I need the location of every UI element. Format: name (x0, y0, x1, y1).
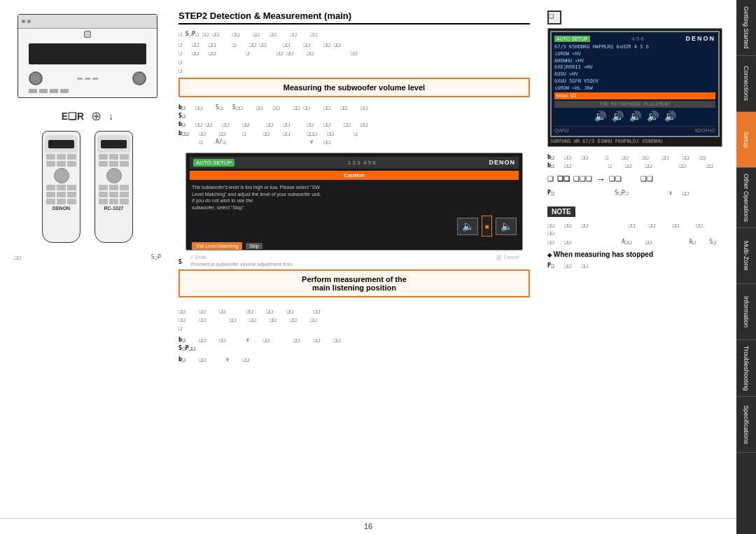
denon-logo-1: DENON (489, 159, 515, 166)
remote-1-label: DENON (52, 206, 70, 211)
rem-btn-10 (46, 192, 55, 197)
scrambled-block-3: S (178, 258, 530, 267)
tab-label-specifications: Specifications (743, 405, 750, 444)
screen-line-b: iUROW <HV (554, 51, 715, 58)
rec-btn-1 (29, 89, 37, 93)
top-area: E❑R ⊕ ↓ (0, 0, 736, 518)
diamond-icon: ◆ (547, 252, 552, 258)
auto-setup-screen-1: AUTO SETUP 1 2 3 4 5 6 DENON Caution The… (186, 153, 523, 251)
note-header: NOTE (547, 206, 575, 217)
knob-left (29, 71, 43, 85)
screen-bottom-bar-2: QWNJ 6DOFHO (554, 126, 715, 133)
screen-line-c: 6HOWHU <HV (554, 58, 715, 65)
rem-btn-2 (57, 154, 66, 160)
rem-btn-14 (57, 199, 66, 204)
step-label-left: ❑❑ (14, 253, 21, 261)
screen-line-d: 6XE]RRRII <HV (554, 64, 715, 71)
receiver-illustration (18, 14, 158, 98)
right-sidebar: Getting Started Connections Setup Other … (736, 0, 756, 534)
knob-right (132, 71, 146, 85)
screen-line-a: 67/5 K5HDNKG HWFMLRQ 6xH2R 4 5 6 (554, 44, 715, 51)
note-scrambled-1: ❑❑ ❑❑ ❑❑ ❑❑ ❑❑ ❑❑ ❑❑ ❑❑ ❑❑ ❑❑ A❑❑ ❑❑ A❑ … (547, 221, 722, 246)
sidebar-tab-setup[interactable]: Setup (736, 112, 756, 168)
rem-btn-5 (57, 161, 66, 167)
sidebar-tab-troubleshooting[interactable]: Troubleshooting (736, 340, 756, 397)
plus-symbol: ⊕ (91, 108, 102, 124)
receiver-top-bar (18, 15, 157, 29)
remote-2-label: RC-1027 (104, 206, 123, 211)
screen-line-4: subwoofer, select "Skip". (192, 204, 517, 211)
scrambled-block-4: ❑❑ ❑❑ ❑❑ ❑❑ ❑❑ ❑❑ ❑❑ ❑❑ ❑❑ ❑❑ ❑❑ ❑❑ ❑❑ ❑… (178, 307, 530, 333)
top-right-icon: ❑ (549, 13, 554, 20)
remote-top-1 (45, 135, 78, 153)
remote-top-2 (97, 135, 130, 153)
step2-header-scrambled: ❑ S❑P❑ ❑❑ ❑❑ ❑❑ ❑❑ ❑❑ ❑❑ ❑❑ (178, 30, 316, 38)
speaker-icon-right: 🔈 (500, 220, 512, 232)
remote-display-2 (101, 140, 127, 148)
disc-icon (84, 31, 91, 38)
bottom-left-text: QWNJ (554, 128, 569, 133)
sidebar-tab-multi-zone[interactable]: Multi-Zone (736, 228, 756, 284)
small-btn-3 (92, 78, 98, 80)
remote-display-1 (48, 140, 75, 148)
rem-btn (46, 154, 55, 160)
sidebar-tab-connections[interactable]: Connections (736, 56, 756, 112)
rem-btn-4 (46, 161, 55, 167)
receiver-buttons (18, 89, 157, 93)
sidebar-tab-other-ops[interactable]: Other Operations (736, 168, 756, 228)
ear-label-row: E❑R ⊕ ↓ (62, 108, 113, 124)
remote-buttons-bottom-1 (46, 185, 76, 204)
spkr-center: 🔊 (629, 111, 641, 122)
spkr-3: 🔊 (647, 111, 659, 122)
speaker-row: 🔈 ■ 🔈 (190, 213, 519, 239)
remote-2: RC-1027 (94, 131, 133, 243)
ear-label: E❑R (62, 111, 84, 122)
rem-btn-6 (67, 161, 76, 167)
when-measuring-title: ◆ When measuring has stopped (547, 249, 722, 260)
tab-label-setup: Setup (743, 132, 750, 148)
screen-content-1: The subwoofer's level is too high or low… (190, 182, 519, 213)
receiver-dot (22, 20, 25, 23)
tab-label-other-ops: Other Operations (743, 174, 750, 222)
subwoofer-icon: ■ (482, 216, 492, 237)
rem-btn-l (120, 192, 129, 197)
note-section: NOTE ❑❑ ❑❑ ❑❑ ❑❑ ❑❑ ❑❑ ❑❑ ❑❑ ❑❑ ❑❑ A❑❑ ❑… (547, 206, 722, 270)
rec-btn-2 (39, 89, 48, 93)
perform-measurement-box: Perform measurement of the main listenin… (178, 269, 530, 297)
rem-btn-k (109, 192, 118, 197)
page-container: E❑R ⊕ ↓ (0, 0, 756, 534)
screen-line-2: Level Matching" and adjust the level of … (192, 191, 517, 198)
denon-logo-2: DENON (685, 35, 715, 42)
rem-btn-n (109, 199, 118, 204)
perform-measurement-text-1: Perform measurement of the (187, 275, 522, 283)
speaker-right: 🔈 (496, 218, 517, 235)
remote-circle-btn-2[interactable] (106, 168, 122, 183)
sw-level-btn[interactable]: SW Level Matching (192, 242, 242, 250)
screen-line-f: 6XUU 5GFN V5QUV (554, 78, 715, 85)
rem-btn-c (120, 154, 129, 160)
arrow-down: ↓ (108, 111, 113, 122)
screen-inner: AUTO SETUP 4 5 6 DENON 67/5 K5HDNKG HWFM… (552, 32, 718, 136)
section-title: STEP2 Detection & Measurement (main) (178, 10, 530, 24)
sidebar-tab-getting-started[interactable]: Getting Started (736, 0, 756, 56)
when-measuring-text: When measuring has stopped (554, 251, 653, 258)
measuring-subwoofer-text: Measuring the subwoofer volume level (187, 83, 522, 92)
main-content: E❑R ⊕ ↓ (0, 0, 736, 534)
remote-1: DENON (42, 131, 80, 243)
middle-panel: STEP2 Detection & Measurement (main) ❑ S… (168, 7, 540, 511)
arrow-section: ❑ ❑❑ ❑❑❑ → ❑❑ ❑❑ (547, 174, 722, 185)
measuring-subwoofer-box: Measuring the subwoofer volume level (178, 78, 530, 97)
rem-btn-13 (46, 199, 55, 204)
remote-circle-btn-1[interactable] (54, 168, 69, 183)
sidebar-tab-specifications[interactable]: Specifications (736, 397, 756, 453)
screen-numbers: 1 2 3 4 5 6 (348, 160, 376, 166)
sidebar-tab-information[interactable]: Information (736, 284, 756, 340)
skip-btn[interactable]: Skip (246, 243, 262, 249)
right-panel: ❑ AUTO SETUP 4 5 6 DENON 67/5 K5HDNKG HW… (540, 7, 729, 511)
screen-line-1: The subwoofer's level is too high or low… (192, 184, 517, 191)
step2-header: ❑ S❑P❑ ❑❑ ❑❑ ❑❑ ❑❑ ❑❑ ❑❑ ❑❑ (178, 30, 530, 38)
page-number: 16 (0, 518, 736, 534)
step-label-right: S❑P (151, 253, 161, 261)
rem-btn-i (120, 185, 129, 190)
screen-line-g: iUROW <HL J6W (554, 85, 715, 92)
